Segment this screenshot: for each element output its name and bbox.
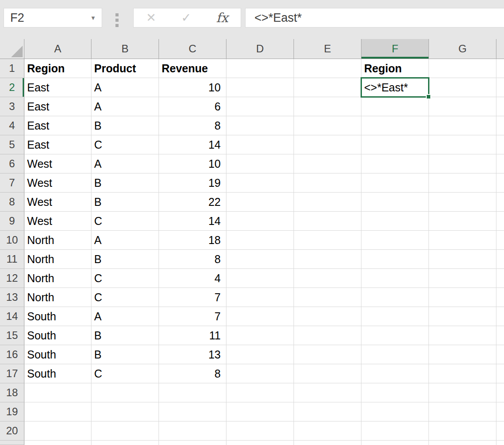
cell-G12[interactable] [429, 269, 496, 288]
cell-C1[interactable]: Revenue [159, 59, 226, 78]
column-header-E[interactable]: E [294, 39, 361, 59]
row-header-19[interactable]: 19 [0, 402, 24, 421]
cell-D3[interactable] [226, 97, 294, 116]
cell-partial-1[interactable] [496, 59, 504, 78]
cell-G3[interactable] [429, 97, 496, 116]
cell-D6[interactable] [226, 154, 294, 173]
row-header-11[interactable]: 11 [0, 250, 24, 269]
cell-D15[interactable] [226, 326, 294, 345]
cell-partial-11[interactable] [496, 250, 504, 269]
cell-E5[interactable] [294, 135, 361, 154]
cell-F2[interactable]: <>*East* [361, 78, 429, 97]
cell-C17[interactable]: 8 [159, 364, 226, 383]
formula-bar-input[interactable]: <>*East* [245, 8, 504, 28]
cell-partial-12[interactable] [496, 269, 504, 288]
cell-F20[interactable] [361, 421, 429, 441]
cell-B3[interactable]: A [91, 97, 159, 116]
cell-G18[interactable] [429, 383, 496, 402]
cell-partial-2[interactable] [496, 78, 504, 97]
cell-A19[interactable] [24, 402, 91, 421]
insert-function-icon[interactable]: fx [216, 10, 228, 25]
cell-G7[interactable] [429, 173, 496, 193]
cell-F18[interactable] [361, 383, 429, 402]
cell-G5[interactable] [429, 135, 496, 154]
cancel-icon[interactable]: ✕ [146, 11, 156, 25]
cell-D5[interactable] [226, 135, 294, 154]
cell-B6[interactable]: A [91, 154, 159, 173]
cell-F12[interactable] [361, 269, 429, 288]
cell-B17[interactable]: C [91, 364, 159, 383]
cell-C11[interactable]: 8 [159, 250, 226, 269]
row-header-7[interactable]: 7 [0, 173, 24, 193]
cell-C6[interactable]: 10 [159, 154, 226, 173]
cell-D16[interactable] [226, 345, 294, 364]
cell-E12[interactable] [294, 269, 361, 288]
cell-partial-4[interactable] [496, 116, 504, 135]
cell-D18[interactable] [226, 383, 294, 402]
cell-A12[interactable]: North [24, 269, 91, 288]
chevron-down-icon[interactable]: ▼ [90, 15, 102, 21]
cell-F4[interactable] [361, 116, 429, 135]
cell-B2[interactable]: A [91, 78, 159, 97]
cell-G10[interactable] [429, 231, 496, 250]
cell-D20[interactable] [226, 421, 294, 441]
row-header-13[interactable]: 13 [0, 288, 24, 307]
cell-E9[interactable] [294, 212, 361, 231]
cell-F8[interactable] [361, 193, 429, 212]
cell-B11[interactable]: B [91, 250, 159, 269]
cell-B15[interactable]: B [91, 326, 159, 345]
cell-partial-18[interactable] [496, 383, 504, 402]
cell-D8[interactable] [226, 193, 294, 212]
cell-F-partial[interactable] [361, 441, 429, 445]
cell-F10[interactable] [361, 231, 429, 250]
cell-E17[interactable] [294, 364, 361, 383]
cell-E6[interactable] [294, 154, 361, 173]
cell-A5[interactable]: East [24, 135, 91, 154]
cell-G17[interactable] [429, 364, 496, 383]
cell-G19[interactable] [429, 402, 496, 421]
cell-E11[interactable] [294, 250, 361, 269]
cell-D10[interactable] [226, 231, 294, 250]
row-header-16[interactable]: 16 [0, 345, 24, 364]
cell-B12[interactable]: C [91, 269, 159, 288]
cell-D12[interactable] [226, 269, 294, 288]
cell-F7[interactable] [361, 173, 429, 193]
cell-G6[interactable] [429, 154, 496, 173]
cell-E-partial[interactable] [294, 441, 361, 445]
cell-G8[interactable] [429, 193, 496, 212]
select-all-button[interactable] [0, 39, 24, 59]
cell-C-partial[interactable] [159, 441, 226, 445]
column-header-F[interactable]: F [361, 39, 429, 59]
cell-B5[interactable]: C [91, 135, 159, 154]
cell-C2[interactable]: 10 [159, 78, 226, 97]
cell-A3[interactable]: East [24, 97, 91, 116]
cell-F19[interactable] [361, 402, 429, 421]
cell-D9[interactable] [226, 212, 294, 231]
row-header-3[interactable]: 3 [0, 97, 24, 116]
cell-C8[interactable]: 22 [159, 193, 226, 212]
cell-A16[interactable]: South [24, 345, 91, 364]
cell-E7[interactable] [294, 173, 361, 193]
row-header-8[interactable]: 8 [0, 193, 24, 212]
cell-E19[interactable] [294, 402, 361, 421]
cell-C9[interactable]: 14 [159, 212, 226, 231]
name-box[interactable]: F2 ▼ [4, 8, 102, 28]
cell-D-partial[interactable] [226, 441, 294, 445]
cell-E15[interactable] [294, 326, 361, 345]
cell-partial-15[interactable] [496, 326, 504, 345]
cell-D19[interactable] [226, 402, 294, 421]
cell-E2[interactable] [294, 78, 361, 97]
cell-F5[interactable] [361, 135, 429, 154]
row-header-partial[interactable] [0, 441, 24, 445]
cell-B20[interactable] [91, 421, 159, 441]
cell-E1[interactable] [294, 59, 361, 78]
cell-G9[interactable] [429, 212, 496, 231]
cell-A-partial[interactable] [24, 441, 91, 445]
cell-F16[interactable] [361, 345, 429, 364]
row-header-15[interactable]: 15 [0, 326, 24, 345]
cell-C18[interactable] [159, 383, 226, 402]
cell-A10[interactable]: North [24, 231, 91, 250]
cell-partial-6[interactable] [496, 154, 504, 173]
row-header-6[interactable]: 6 [0, 154, 24, 173]
cell-F13[interactable] [361, 288, 429, 307]
